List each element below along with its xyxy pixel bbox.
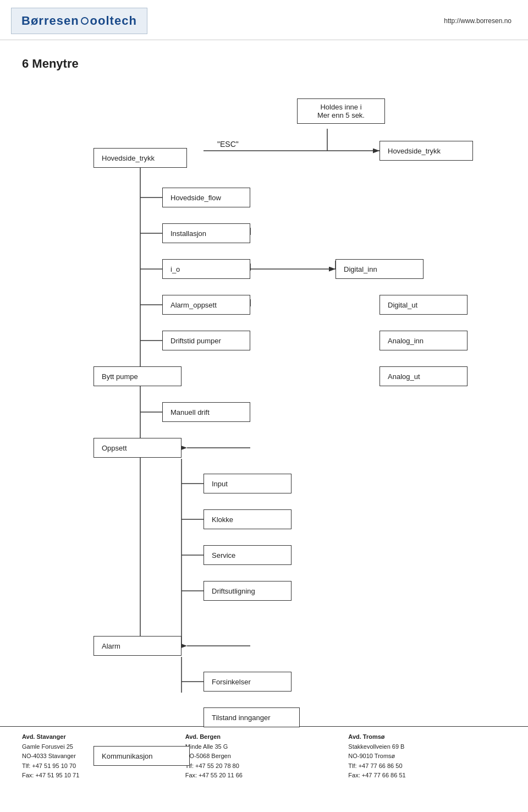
footer-bergen-addr2: NO-5068 Bergen	[185, 751, 349, 761]
box-hovedside-trykk-left: Hovedside_trykk	[94, 148, 187, 168]
header: Børresenooltech http://www.borresen.no	[0, 0, 528, 40]
box-bytt-pumpe: Bytt pumpe	[94, 366, 182, 386]
box-alarm: Alarm	[94, 636, 182, 656]
box-digital-inn: Digital_inn	[336, 259, 424, 279]
box-analog-ut: Analog_ut	[380, 366, 468, 386]
box-input: Input	[204, 474, 292, 493]
footer-tromso-tlf: Tlf: +47 77 66 86 50	[348, 761, 512, 771]
footer-stavanger-city: Avd. Stavanger	[22, 733, 66, 740]
logo: Børresenooltech	[11, 8, 147, 34]
box-oppsett: Oppsett	[94, 438, 182, 458]
box-service: Service	[204, 545, 292, 565]
hold-box: Holdes inne i Mer enn 5 sek.	[297, 98, 385, 124]
box-alarm-oppsett: Alarm_oppsett	[162, 295, 250, 315]
section-title: 6 Menytre	[22, 57, 512, 71]
box-digital-ut: Digital_ut	[380, 295, 468, 315]
footer-tromso-fax: Fax: +47 77 66 86 51	[348, 771, 512, 781]
box-forsinkelser: Forsinkelser	[204, 672, 292, 692]
footer-stavanger-fax: Fax: +47 51 95 10 71	[22, 771, 185, 781]
box-klokke: Klokke	[204, 509, 292, 529]
box-hovedside-flow: Hovedside_flow	[162, 188, 250, 207]
box-analog-inn: Analog_inn	[380, 331, 468, 350]
footer-tromso: Avd. Tromsø Stakkevollveien 69 B NO-9010…	[348, 732, 512, 781]
footer-bergen: Avd. Bergen Minde Alle 35 G NO-5068 Berg…	[185, 732, 349, 781]
footer-bergen-fax: Fax: +47 55 20 11 66	[185, 771, 349, 781]
footer-bergen-tlf: Tlf: +47 55 20 78 80	[185, 761, 349, 771]
logo-text-cooltech: ooltech	[90, 14, 137, 28]
box-manuell-drift: Manuell drift	[162, 402, 250, 422]
footer-tromso-city: Avd. Tromsø	[348, 733, 384, 740]
footer-bergen-addr1: Minde Alle 35 G	[185, 742, 349, 752]
box-i-o: i_o	[162, 259, 250, 279]
hold-box-line1: Holdes inne i	[320, 103, 361, 111]
logo-text-borresen: Børresen	[21, 14, 79, 28]
footer: Avd. Stavanger Gamle Forusvei 25 NO-4033…	[0, 726, 528, 786]
footer-bergen-city: Avd. Bergen	[185, 733, 221, 740]
logo-circle-icon	[81, 17, 89, 25]
box-tilstand-innganger: Tilstand innganger	[204, 707, 300, 727]
diagram-svg	[22, 87, 495, 693]
main-content: 6 Menytre	[0, 40, 528, 704]
box-driftsutligning: Driftsutligning	[204, 581, 292, 601]
hold-box-line2: Mer enn 5 sek.	[317, 111, 365, 119]
esc-label: "ESC"	[217, 140, 239, 149]
box-hovedside-trykk-right: Hovedside_trykk	[380, 141, 473, 161]
logo-box: Børresenooltech	[11, 8, 147, 34]
box-driftstid-pumper: Driftstid pumper	[162, 331, 250, 350]
box-installasjon: Installasjon	[162, 223, 250, 243]
box-kommunikasjon: Kommunikasjon	[94, 746, 190, 766]
header-url: http://www.borresen.no	[444, 17, 512, 25]
footer-tromso-addr2: NO-9010 Tromsø	[348, 751, 512, 761]
diagram: Holdes inne i Mer enn 5 sek. "ESC" Hoved…	[22, 87, 495, 693]
footer-tromso-addr1: Stakkevollveien 69 B	[348, 742, 512, 752]
